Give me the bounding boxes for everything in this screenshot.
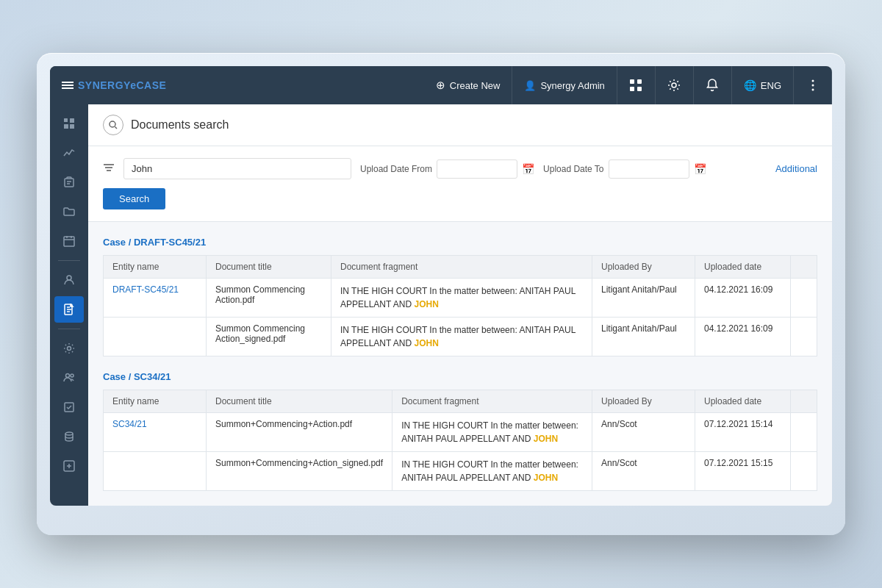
svg-point-7 <box>811 89 814 91</box>
sidebar-item-analytics[interactable] <box>54 140 84 166</box>
app-layout: Documents search Upload Date From <box>50 104 832 506</box>
settings-button[interactable] <box>656 66 694 104</box>
table-row: DRAFT-SC45/21 Summon Commencing Action.p… <box>104 279 817 318</box>
td-uploaddate: 04.12.2021 16:09 <box>695 318 791 356</box>
page-header: Documents search <box>88 104 832 146</box>
app-logo: SYNERGYeCASE <box>50 66 182 104</box>
th-actions-2 <box>791 390 817 413</box>
th-entity-1: Entity name <box>104 256 207 279</box>
results-area: Case / DRAFT-SC45/21 Entity name Documen… <box>88 237 832 506</box>
highlight-text: JOHN <box>534 434 558 444</box>
upload-date-to-input[interactable] <box>609 159 689 179</box>
td-uploadedby: Litigant Anitah/Paul <box>592 279 695 318</box>
topnav-actions: ⊕ Create New 👤 Synergy Admin <box>424 66 832 104</box>
language-button[interactable]: 🌐 ENG <box>732 66 794 104</box>
highlight-text: JOHN <box>415 299 439 309</box>
search-input[interactable] <box>123 158 351 179</box>
monitor-frame: SYNERGYeCASE ⊕ Create New 👤 Synergy Admi… <box>37 53 845 535</box>
logo-text: SYNERGYeCASE <box>78 79 166 91</box>
svg-rect-2 <box>630 87 634 91</box>
sidebar-item-dashboard[interactable] <box>54 110 84 137</box>
svg-point-5 <box>811 80 814 82</box>
search-icon <box>103 115 123 135</box>
td-uploadedby: Litigant Anitah/Paul <box>592 318 695 356</box>
calendar-to-icon[interactable]: 📅 <box>694 163 706 175</box>
grid-view-button[interactable] <box>617 66 656 104</box>
sidebar-item-database[interactable] <box>54 423 84 450</box>
notifications-button[interactable] <box>694 66 732 104</box>
sidebar-item-cases[interactable] <box>54 169 84 196</box>
calendar-from-icon[interactable]: 📅 <box>522 163 534 175</box>
upload-date-to-label: Upload Date To <box>543 164 604 174</box>
highlight-text: JOHN <box>534 473 558 483</box>
svg-line-33 <box>115 127 118 129</box>
case-title-2: Case / SC34/21 <box>103 371 817 382</box>
menu-icon <box>62 82 74 89</box>
upload-date-from-input[interactable] <box>437 159 517 179</box>
main-content: Documents search Upload Date From <box>88 104 832 506</box>
sidebar-item-add[interactable] <box>54 453 84 479</box>
logo-synergy: SYNERGY <box>78 79 130 91</box>
td-actions <box>791 279 817 318</box>
td-entity <box>104 318 207 356</box>
td-doctitle: Summon Commencing Action.pdf <box>207 279 331 318</box>
th-uploaddate-2: Uploaded date <box>695 390 791 413</box>
search-svg <box>109 121 118 129</box>
svg-rect-9 <box>70 118 74 123</box>
monitor-screen: SYNERGYeCASE ⊕ Create New 👤 Synergy Admi… <box>50 66 832 506</box>
table-row: Summon+Commencing+Action_signed.pdf IN T… <box>104 452 817 491</box>
settings-icon <box>667 79 681 92</box>
more-dots-icon <box>811 79 814 91</box>
user-menu-button[interactable]: 👤 Synergy Admin <box>512 66 617 104</box>
bell-icon <box>706 79 718 92</box>
sidebar-item-documents[interactable] <box>54 296 84 323</box>
th-fragment-2: Document fragment <box>392 390 592 413</box>
page-title: Documents search <box>131 118 229 132</box>
upload-date-from-field: Upload Date From 📅 <box>360 159 534 179</box>
case-section-2: Case / SC34/21 Entity name Document titl… <box>103 371 817 491</box>
th-actions-1 <box>791 256 817 279</box>
table-header-row-2: Entity name Document title Document frag… <box>104 390 817 413</box>
entity-link[interactable]: SC34/21 <box>112 419 147 429</box>
svg-rect-10 <box>64 124 68 129</box>
results-table-2: Entity name Document title Document frag… <box>103 390 817 491</box>
th-uploadedby-2: Uploaded By <box>592 390 695 413</box>
topnav: SYNERGYeCASE ⊕ Create New 👤 Synergy Admi… <box>50 66 832 104</box>
td-doctitle: Summon+Commencing+Action.pdf <box>207 413 392 452</box>
upload-date-from-label: Upload Date From <box>360 164 432 174</box>
sidebar-item-settings[interactable] <box>54 335 84 362</box>
th-doctitle-1: Document title <box>207 256 331 279</box>
more-menu-button[interactable] <box>794 66 832 104</box>
th-doctitle-2: Document title <box>207 390 392 413</box>
sidebar-item-tasks[interactable] <box>54 394 84 420</box>
td-actions <box>791 318 817 356</box>
lang-label: ENG <box>761 80 781 91</box>
sidebar-item-folder[interactable] <box>54 198 84 225</box>
th-fragment-1: Document fragment <box>331 256 592 279</box>
svg-point-19 <box>67 276 71 280</box>
additional-button[interactable]: Additional <box>775 163 817 174</box>
filter-icon <box>103 162 115 175</box>
search-button[interactable]: Search <box>103 188 165 209</box>
sidebar-item-users[interactable] <box>54 365 84 391</box>
svg-point-4 <box>672 83 676 87</box>
td-uploadedby: Ann/Scot <box>592 413 695 452</box>
svg-rect-1 <box>637 79 642 84</box>
td-doctitle: Summon Commencing Action_signed.pdf <box>207 318 331 356</box>
td-actions <box>791 413 817 452</box>
sidebar-item-people[interactable] <box>54 267 84 293</box>
user-label: Synergy Admin <box>540 80 604 91</box>
create-new-button[interactable]: ⊕ Create New <box>424 66 513 104</box>
td-fragment: IN THE HIGH COURT In the matter between:… <box>392 413 592 452</box>
td-uploaddate: 04.12.2021 16:09 <box>695 279 791 318</box>
td-fragment: IN THE HIGH COURT In the matter between:… <box>331 279 592 318</box>
case-section-1: Case / DRAFT-SC45/21 Entity name Documen… <box>103 237 817 356</box>
svg-point-28 <box>65 432 73 435</box>
sidebar-divider-2 <box>58 329 80 329</box>
svg-point-24 <box>68 347 71 351</box>
th-uploaddate-1: Uploaded date <box>695 256 791 279</box>
entity-link[interactable]: DRAFT-SC45/21 <box>112 284 179 295</box>
td-fragment: IN THE HIGH COURT In the matter between:… <box>392 452 592 491</box>
svg-point-32 <box>110 121 115 127</box>
sidebar-item-calendar[interactable] <box>54 228 84 254</box>
